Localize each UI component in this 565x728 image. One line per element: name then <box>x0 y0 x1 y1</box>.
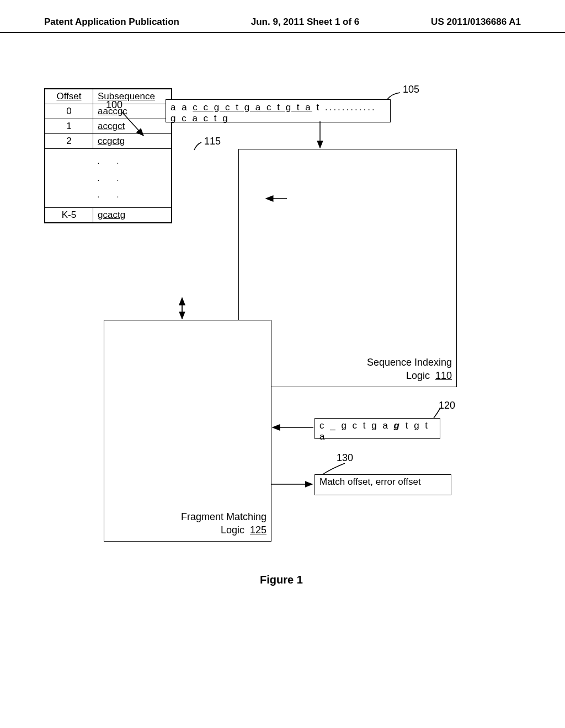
offset-cell: 1 <box>45 119 93 134</box>
table-row: K-5 gcactg <box>45 208 172 223</box>
matching-logic-box: Fragment Matching Logic 125 <box>104 320 271 542</box>
matching-title: Fragment Matching <box>181 511 266 522</box>
fragment-pre: c _ g c t g a <box>319 420 394 431</box>
table-dots-row: . . . . . . <box>45 149 172 208</box>
offset-cell: K-5 <box>45 208 93 223</box>
header-center: Jun. 9, 2011 Sheet 1 of 6 <box>251 17 360 28</box>
subseq-cell: aaccgc <box>93 104 172 119</box>
matching-num: 125 <box>250 524 266 536</box>
ref-120: 120 <box>439 400 455 411</box>
header-left: Patent Application Publication <box>44 17 179 28</box>
ref-100: 100 <box>106 99 122 111</box>
ref-105: 105 <box>403 84 419 95</box>
ref-130: 130 <box>337 452 353 464</box>
subseq-cell: accgct <box>93 119 172 134</box>
fragment-ital: g <box>394 420 401 431</box>
offset-cell: 0 <box>45 104 93 119</box>
subseq-cell: gcactg <box>93 208 172 223</box>
table-row: 1 accgct <box>45 119 172 134</box>
page-header: Patent Application Publication Jun. 9, 2… <box>0 0 565 33</box>
indexing-num: 110 <box>435 370 452 381</box>
sequence-underlined: c c g c t g a c t g t a <box>193 102 312 113</box>
ref-115: 115 <box>204 136 221 147</box>
indexing-title: Sequence Indexing <box>367 357 452 368</box>
subseq-cell: ccgctg <box>93 134 172 149</box>
fragment-box: c _ g c t g a g t g t a <box>315 418 440 439</box>
matching-label: Fragment Matching Logic 125 <box>181 511 266 537</box>
sequence-prefix: a a <box>170 102 193 113</box>
indexing-logic-word: Logic <box>406 370 430 381</box>
result-box: Match offset, error offset <box>315 474 451 495</box>
matching-logic-word: Logic <box>221 524 244 536</box>
header-right: US 2011/0136686 A1 <box>431 17 521 28</box>
subseq-header: Subsequence <box>93 89 172 104</box>
dots-cell: . . . . . . <box>45 149 172 208</box>
sequence-box: a a c c g c t g a c t g t a t ..........… <box>166 99 391 122</box>
diagram-container: 100 105 115 120 130 a a c c g c t g a c … <box>44 88 519 585</box>
offset-header: Offset <box>45 89 93 104</box>
table-row: 2 ccgctg <box>45 134 172 149</box>
offset-cell: 2 <box>45 134 93 149</box>
indexing-label: Sequence Indexing Logic 110 <box>367 356 452 382</box>
figure-caption: Figure 1 <box>44 574 519 586</box>
